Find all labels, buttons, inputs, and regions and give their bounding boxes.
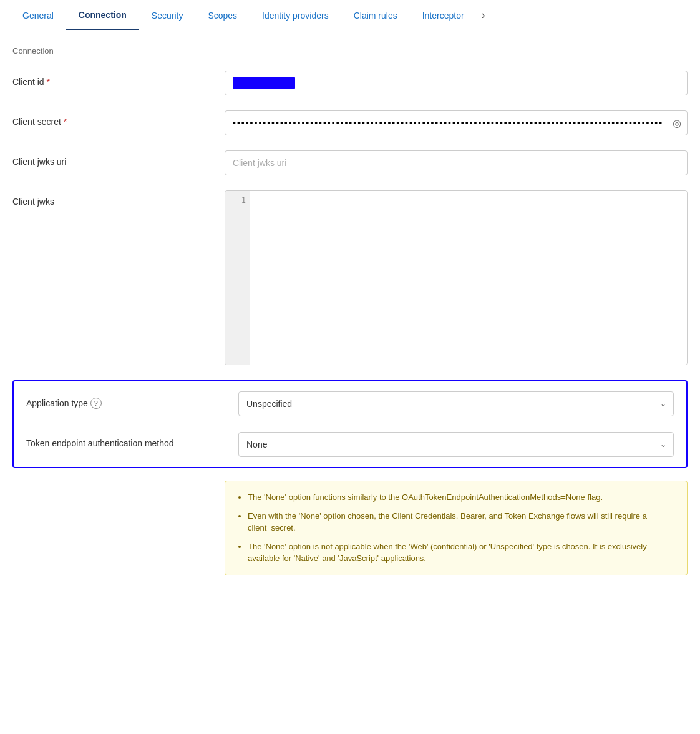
tab-security[interactable]: Security <box>139 2 196 29</box>
application-type-help-icon[interactable]: ? <box>90 398 102 409</box>
client-id-row: Client id * <box>12 71 688 95</box>
line-numbers: 1 <box>225 191 250 365</box>
tabs-more-icon[interactable]: › <box>477 0 490 31</box>
application-type-row: Application type ? Unspecified Web Nativ… <box>26 391 674 416</box>
tab-interceptor[interactable]: Interceptor <box>410 2 477 29</box>
token-auth-method-select-wrapper: None client_secret_basic client_secret_p… <box>238 432 674 457</box>
tab-scopes[interactable]: Scopes <box>195 2 250 29</box>
client-secret-field: ◎ <box>225 110 688 135</box>
client-secret-wrapper: ◎ <box>225 110 688 135</box>
client-jwks-uri-input[interactable] <box>225 150 688 175</box>
tab-claim-rules[interactable]: Claim rules <box>341 2 410 29</box>
application-type-label: Application type ? <box>26 391 238 409</box>
client-id-field <box>225 71 688 95</box>
application-type-select[interactable]: Unspecified Web Native JavaScript <box>238 391 674 416</box>
client-id-value <box>233 77 295 89</box>
client-jwks-uri-field <box>225 150 688 175</box>
info-bullet-2: Even with the 'None' option chosen, the … <box>248 510 674 534</box>
client-secret-row: Client secret * ◎ <box>12 110 688 135</box>
client-secret-input[interactable] <box>225 110 688 135</box>
section-title: Connection <box>12 46 688 56</box>
token-auth-method-row: Token endpoint authentication method Non… <box>26 432 674 457</box>
application-type-select-wrapper: Unspecified Web Native JavaScript ⌄ <box>238 391 674 416</box>
settings-divider <box>26 424 674 424</box>
tab-identity-providers[interactable]: Identity providers <box>250 2 341 29</box>
token-auth-method-select[interactable]: None client_secret_basic client_secret_p… <box>238 432 674 457</box>
client-id-label: Client id * <box>12 71 225 87</box>
toggle-password-icon[interactable]: ◎ <box>673 117 681 129</box>
client-secret-label: Client secret * <box>12 110 225 127</box>
client-secret-required: * <box>64 117 67 127</box>
client-jwks-uri-label: Client jwks uri <box>12 150 225 167</box>
client-jwks-editor: 1 <box>225 190 688 365</box>
info-bullet-3: The 'None' option is not applicable when… <box>248 541 674 565</box>
client-jwks-label: Client jwks <box>12 190 225 207</box>
client-jwks-row: Client jwks 1 <box>12 190 688 365</box>
application-type-field: Unspecified Web Native JavaScript ⌄ <box>238 391 674 416</box>
tab-connection[interactable]: Connection <box>66 1 139 30</box>
token-auth-method-field: None client_secret_basic client_secret_p… <box>238 432 674 457</box>
info-box: The 'None' option functions similarly to… <box>225 481 688 575</box>
client-jwks-textarea[interactable] <box>250 191 687 365</box>
client-id-required: * <box>47 77 50 87</box>
info-bullet-1: The 'None' option functions similarly to… <box>248 491 674 504</box>
client-jwks-field: 1 <box>225 190 688 365</box>
highlighted-settings-section: Application type ? Unspecified Web Nativ… <box>12 380 688 468</box>
token-auth-method-label: Token endpoint authentication method <box>26 432 238 448</box>
tabs-navigation: General Connection Security Scopes Ident… <box>0 0 700 31</box>
connection-content: Connection Client id * Client secret * ◎… <box>0 31 700 590</box>
client-jwks-uri-row: Client jwks uri <box>12 150 688 175</box>
tab-general[interactable]: General <box>10 2 66 29</box>
info-box-list: The 'None' option functions similarly to… <box>238 491 674 565</box>
